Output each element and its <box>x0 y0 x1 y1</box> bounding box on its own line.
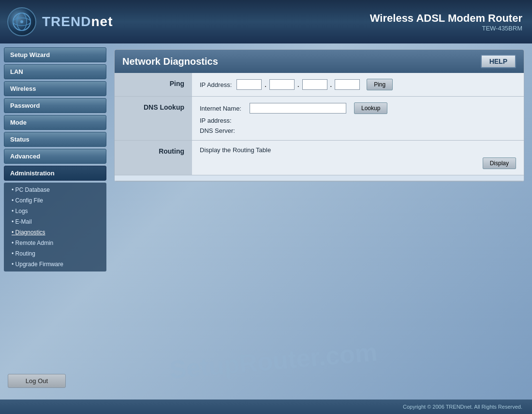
internet-name-label: Internet Name: <box>200 105 246 112</box>
sidebar: Setup Wizard LAN Wireless Password Mode … <box>0 43 110 400</box>
empty-row <box>115 175 524 181</box>
sidebar-item-logs[interactable]: Logs <box>4 206 106 216</box>
ping-content: IP Address: . . . Ping <box>192 73 524 97</box>
ping-ip-octet-4[interactable] <box>335 79 360 90</box>
sidebar-item-advanced[interactable]: Advanced <box>4 149 106 164</box>
content-header: Network Diagnostics HELP <box>115 50 524 73</box>
brand-name: TRENDnet <box>42 14 113 29</box>
diagnostics-table: Ping IP Address: . . . Ping <box>115 73 524 181</box>
product-model: TEW-435BRM <box>370 25 522 32</box>
dns-controls: Internet Name: Lookup IP address: DNS Se… <box>200 102 516 134</box>
logout-button[interactable]: Log Out <box>8 374 66 388</box>
header-right: Wireless ADSL Modem Router TEW-435BRM <box>370 12 522 32</box>
ping-label: Ping <box>115 73 192 97</box>
sidebar-sub-items: PC Database Config File Logs E-Mail Diag… <box>4 183 106 271</box>
sidebar-administration[interactable]: Administration <box>4 166 106 181</box>
ip-sep-1: . <box>265 81 266 88</box>
header: TRENDnet Wireless ADSL Modem Router TEW-… <box>0 0 532 43</box>
ping-ip-octet-2[interactable] <box>269 79 295 90</box>
dns-ip-address-row: IP address: <box>200 117 516 124</box>
help-button[interactable]: HELP <box>481 55 516 68</box>
sidebar-item-email[interactable]: E-Mail <box>4 216 106 227</box>
sidebar-item-upgrade-firmware[interactable]: Upgrade Firmware <box>4 259 106 270</box>
display-btn-row: Display <box>200 157 516 169</box>
lookup-button[interactable]: Lookup <box>354 102 387 114</box>
ip-address-label: IP Address: <box>200 81 232 88</box>
empty-cell-1 <box>115 175 192 181</box>
ip-sep-3: . <box>330 81 332 88</box>
ping-ip-octet-1[interactable] <box>236 79 262 90</box>
product-name: Wireless ADSL Modem Router <box>370 12 522 25</box>
sidebar-item-status[interactable]: Status <box>4 132 106 147</box>
footer-copyright: Copyright © 2006 TRENDnet. All Rights Re… <box>403 404 522 410</box>
sidebar-item-config-file[interactable]: Config File <box>4 195 106 206</box>
sidebar-item-setup-wizard[interactable]: Setup Wizard <box>4 47 106 62</box>
sidebar-item-remote-admin[interactable]: Remote Admin <box>4 238 106 248</box>
sidebar-item-diagnostics[interactable]: Diagnostics <box>4 227 106 238</box>
dns-lookup-content: Internet Name: Lookup IP address: DNS Se… <box>192 97 524 141</box>
routing-content-cell: Display the Routing Table Display <box>192 141 524 175</box>
svg-point-3 <box>20 20 23 23</box>
ping-ip-octet-3[interactable] <box>302 79 327 90</box>
routing-description: Display the Routing Table <box>200 146 516 154</box>
sidebar-item-mode[interactable]: Mode <box>4 115 106 130</box>
dns-ip-address-label: IP address: <box>200 117 232 124</box>
content-panel: Network Diagnostics HELP Ping IP Address… <box>114 49 524 182</box>
routing-row: Routing Display the Routing Table Displa… <box>115 141 524 175</box>
empty-cell-2 <box>192 175 524 181</box>
logo-area: TRENDnet <box>7 7 113 36</box>
dns-server-row: DNS Server: <box>200 127 516 134</box>
dns-lookup-row: DNS Lookup Internet Name: Lookup IP addr… <box>115 97 524 141</box>
display-button[interactable]: Display <box>483 157 516 169</box>
ip-sep-2: . <box>297 81 299 88</box>
ping-controls: IP Address: . . . Ping <box>200 79 516 90</box>
routing-controls: Display the Routing Table Display <box>200 146 516 169</box>
logo-icon <box>7 7 36 36</box>
sidebar-item-pc-database[interactable]: PC Database <box>4 185 106 195</box>
ping-button[interactable]: Ping <box>367 79 393 90</box>
ping-row: Ping IP Address: . . . Ping <box>115 73 524 97</box>
main-layout: Setup Wizard LAN Wireless Password Mode … <box>0 43 532 400</box>
dns-internet-name-row: Internet Name: Lookup <box>200 102 516 114</box>
sidebar-item-password[interactable]: Password <box>4 98 106 113</box>
sidebar-item-wireless[interactable]: Wireless <box>4 81 106 96</box>
dns-server-label: DNS Server: <box>200 127 235 134</box>
sidebar-item-lan[interactable]: LAN <box>4 64 106 79</box>
internet-name-input[interactable] <box>250 103 346 114</box>
content-area: Network Diagnostics HELP Ping IP Address… <box>110 43 532 400</box>
footer: Copyright © 2006 TRENDnet. All Rights Re… <box>0 400 532 414</box>
sidebar-item-routing[interactable]: Routing <box>4 248 106 259</box>
page-title: Network Diagnostics <box>122 56 218 67</box>
dns-lookup-label: DNS Lookup <box>115 97 192 141</box>
routing-label: Routing <box>115 141 192 175</box>
